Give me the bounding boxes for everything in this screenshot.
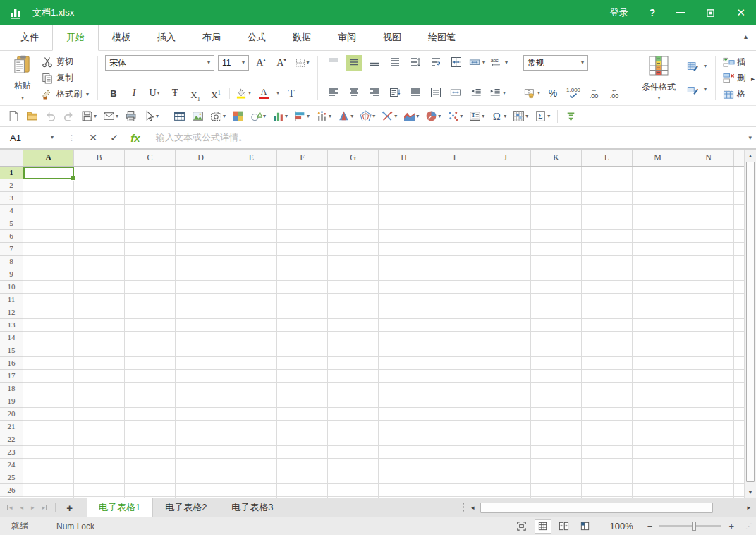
area-chart-button[interactable]: ▾	[401, 108, 422, 125]
row-header-7[interactable]: 7	[0, 243, 23, 256]
font-size-select[interactable]: 11 ▾	[218, 55, 249, 71]
row-header-19[interactable]: 19	[0, 395, 23, 408]
align-left-button[interactable]	[325, 85, 342, 101]
first-sheet-button[interactable]: ◂	[7, 504, 13, 511]
zoom-slider[interactable]	[659, 525, 721, 527]
pie-chart-button[interactable]: ▾	[422, 108, 444, 125]
tab-insert[interactable]: 插入	[144, 25, 189, 50]
sheet-tab-2[interactable]: 电子表格2	[153, 498, 219, 517]
tab-data[interactable]: 数据	[279, 25, 324, 50]
tab-ink[interactable]: 绘图笔	[415, 25, 469, 50]
insert-image-button[interactable]	[189, 108, 207, 125]
percent-format-button[interactable]: %	[544, 85, 561, 101]
insert-table-button[interactable]	[171, 108, 188, 125]
smart-gallery-button[interactable]	[229, 108, 247, 125]
horizontal-scroll-thumb[interactable]	[480, 503, 713, 513]
font-color-button[interactable]: A	[255, 85, 272, 101]
text-box-button[interactable]: T▾	[466, 108, 487, 125]
wrap-text-button[interactable]	[427, 55, 444, 71]
scroll-right-button[interactable]: ▸	[747, 504, 750, 511]
row-header-16[interactable]: 16	[0, 357, 23, 370]
column-header-E[interactable]: E	[226, 150, 277, 166]
collapse-ribbon-button[interactable]: ▴	[744, 32, 748, 40]
shrink-font-button[interactable]: A▾	[273, 55, 290, 71]
row-header-6[interactable]: 6	[0, 230, 23, 243]
redo-button[interactable]	[60, 108, 78, 125]
vertical-scroll-thumb[interactable]	[746, 162, 755, 482]
column-header-J[interactable]: J	[480, 150, 531, 166]
confirm-button[interactable]: ✓	[104, 132, 125, 143]
cell-grid[interactable]	[23, 167, 744, 498]
page-break-view-button[interactable]	[577, 519, 594, 534]
combo-chart-button[interactable]: ▾	[313, 108, 334, 125]
save-button[interactable]: ▾	[78, 108, 99, 125]
tab-view[interactable]: 视图	[370, 25, 415, 50]
row-header-23[interactable]: 23	[0, 446, 23, 459]
fullscreen-button[interactable]	[513, 519, 530, 534]
copy-button[interactable]: 复制	[40, 71, 90, 85]
grow-font-button[interactable]: A▴	[252, 55, 269, 71]
maximize-button[interactable]	[695, 0, 726, 25]
vertical-scrollbar[interactable]: ▲ ▼	[744, 150, 756, 498]
row-header-15[interactable]: 15	[0, 344, 23, 357]
scroll-left-button[interactable]: ◂	[471, 504, 475, 511]
horizontal-scrollbar[interactable]: ◂ ▸	[462, 498, 756, 517]
fit-text-button[interactable]	[448, 85, 465, 101]
paste-button[interactable]: 粘贴 ▾	[8, 54, 36, 102]
row-header-4[interactable]: 4	[0, 205, 23, 217]
column-header-M[interactable]: M	[633, 150, 683, 166]
row-header-2[interactable]: 2	[0, 179, 23, 192]
justify-vertical-button[interactable]	[386, 55, 403, 71]
login-button[interactable]: 登录	[599, 0, 639, 25]
fill-color-button[interactable]: ▾	[235, 85, 252, 101]
column-header-I[interactable]: I	[429, 150, 480, 166]
column-header-G[interactable]: G	[328, 150, 379, 166]
delete-cells-button[interactable]: 删	[723, 71, 751, 86]
print-button[interactable]	[122, 108, 140, 125]
select-pointer-button[interactable]: ▾	[140, 108, 161, 125]
help-button[interactable]: ?	[639, 0, 666, 25]
align-middle-button[interactable]	[346, 55, 362, 71]
previous-sheet-button[interactable]: ◂	[20, 504, 24, 511]
cell-styles-button[interactable]: ▾	[685, 83, 708, 97]
undo-button[interactable]	[42, 108, 59, 125]
bold-button[interactable]: B	[105, 85, 122, 101]
autosum-sigma-button[interactable]: Σ▾	[532, 108, 553, 125]
new-document-button[interactable]	[5, 108, 23, 125]
row-header-1[interactable]: 1	[0, 167, 23, 179]
increase-indent-button[interactable]: ▾	[489, 85, 506, 101]
conditional-format-button[interactable]: 条件格式 ▾	[638, 54, 680, 102]
superscript-button[interactable]: X1	[207, 85, 224, 101]
send-email-button[interactable]: ▾	[100, 108, 121, 125]
column-header-N[interactable]: N	[683, 150, 734, 166]
insert-shapes-button[interactable]: ▾	[248, 108, 269, 125]
tab-formula[interactable]: 公式	[234, 25, 279, 50]
column-header-F[interactable]: F	[277, 150, 328, 166]
row-header-20[interactable]: 20	[0, 408, 23, 421]
column-header-A[interactable]: A	[23, 150, 74, 166]
format-painter-button[interactable]: 格式刷 ▾	[40, 87, 90, 102]
row-header-18[interactable]: 18	[0, 383, 23, 395]
screenshot-button[interactable]: ▾	[207, 108, 228, 125]
formula-bar-expand-button[interactable]: ▾	[748, 134, 752, 141]
zoom-slider-thumb[interactable]	[692, 522, 696, 531]
name-box-splitter[interactable]: ⋮	[68, 133, 75, 143]
merge-across-button[interactable]	[448, 55, 465, 71]
open-folder-button[interactable]	[23, 108, 41, 125]
symbol-omega-button[interactable]: Ω▾	[488, 108, 509, 125]
next-sheet-button[interactable]: ▸	[31, 504, 35, 511]
row-header-11[interactable]: 11	[0, 294, 23, 306]
column-header-K[interactable]: K	[531, 150, 582, 166]
format-as-table-button[interactable]: ▾	[685, 59, 708, 73]
align-top-button[interactable]	[325, 55, 342, 71]
tab-layout[interactable]: 布局	[189, 25, 234, 50]
underline-button[interactable]: U▾	[146, 85, 163, 101]
insert-cells-button[interactable]: 插	[723, 54, 751, 70]
add-sheet-button[interactable]: +	[63, 502, 75, 514]
borders-button[interactable]: ▾	[293, 55, 310, 71]
tab-home[interactable]: 开始	[52, 25, 99, 51]
row-header-9[interactable]: 9	[0, 268, 23, 281]
selected-cell-a1[interactable]	[23, 167, 74, 179]
text-effects-button[interactable]: T	[283, 85, 300, 101]
decrease-decimal-button[interactable]: ←.00	[606, 85, 623, 101]
